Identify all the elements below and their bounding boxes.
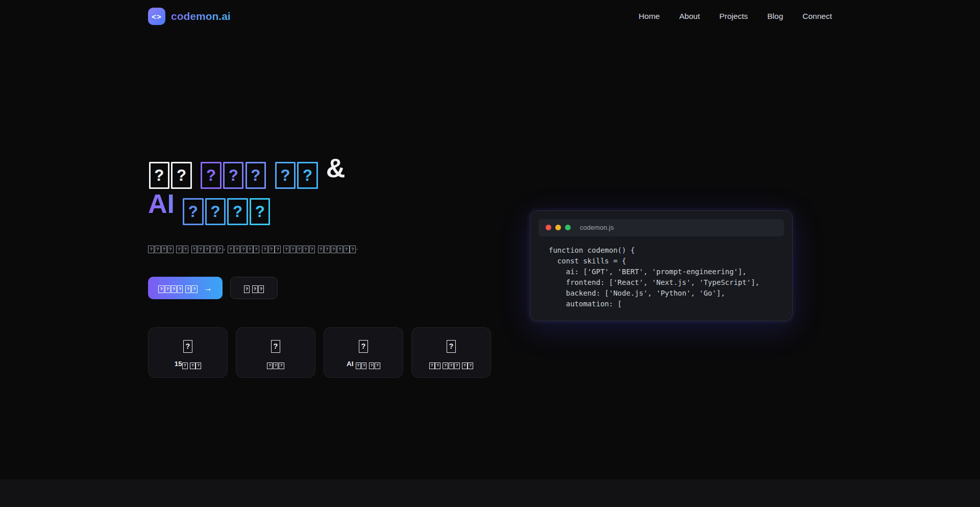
hero-section: ?? ??? ?? & AI ???? ???? ?? ?????, ?????…	[148, 153, 832, 378]
feature-card-fullstack: ? ???	[236, 327, 315, 378]
header-inner: <> codemon.ai Home About Projects Blog C…	[148, 0, 832, 33]
feature-card-ai: ? AI ?? ??	[324, 327, 403, 378]
code-line: backend: ['Node.js', 'Python', 'Go'],	[549, 288, 784, 299]
feature-label: 15? ??	[175, 360, 202, 370]
nav-item-blog[interactable]: Blog	[767, 12, 783, 21]
feature-cards: ? 15? ?? ? ??? ? AI ?? ?? ? ?? ??? ??	[148, 327, 493, 378]
code-line: const skills = {	[549, 256, 784, 267]
window-minimize-icon	[555, 225, 561, 230]
feature-card-automation: ? ?? ??? ??	[411, 327, 491, 378]
title-white-part: ??	[148, 153, 192, 183]
header: <> codemon.ai Home About Projects Blog C…	[0, 0, 980, 33]
code-brackets-icon: <>	[148, 8, 165, 25]
code-window-titlebar: codemon.js	[538, 219, 784, 236]
cta-row: ???? ?? → ? ??	[148, 277, 493, 299]
nav-item-about[interactable]: About	[679, 12, 700, 21]
feature-label: AI ?? ??	[347, 360, 380, 370]
hero-subtitle: ???? ?? ?????, ????? ??? ????? ??????.	[148, 243, 493, 253]
feature-label: ???	[267, 360, 284, 370]
code-line: automation: [	[549, 299, 784, 309]
window-close-icon	[546, 225, 551, 230]
feature-card-experience: ? 15? ??	[148, 327, 228, 378]
file-name-label: codemon.js	[580, 224, 614, 231]
title-gradient-part-1: ??? ??	[200, 153, 319, 183]
hero-right-column: codemon.js function codemon() { const sk…	[530, 210, 793, 321]
feature-icon: ?	[183, 336, 193, 353]
feature-label: ?? ??? ??	[429, 360, 474, 370]
nav-item-connect[interactable]: Connect	[802, 12, 832, 21]
secondary-cta-button[interactable]: ? ??	[230, 277, 278, 299]
feature-icon: ?	[271, 336, 281, 353]
footer	[0, 479, 980, 507]
code-line: ai: ['GPT', 'BERT', 'prompt-engineering'…	[549, 267, 784, 277]
title-gradient-part-2: ????	[182, 189, 271, 219]
hero-left-column: ?? ??? ?? & AI ???? ???? ?? ?????, ?????…	[148, 153, 493, 378]
feature-icon: ?	[446, 336, 456, 353]
code-body: function codemon() { const skills = { ai…	[538, 236, 784, 309]
primary-cta-label: ???? ??	[158, 283, 198, 293]
code-line: frontend: ['React', 'Next.js', 'TypeScri…	[549, 277, 784, 288]
primary-cta-button[interactable]: ???? ?? →	[148, 277, 223, 299]
brand-name: codemon.ai	[171, 10, 231, 22]
page: { "brand": { "name": "codemon.ai", "logo…	[0, 0, 980, 507]
title-ai-text: AI	[148, 189, 175, 219]
code-line: function codemon() {	[549, 245, 784, 256]
secondary-cta-label: ? ??	[243, 283, 264, 293]
title-ampersand: &	[326, 153, 346, 183]
nav-item-projects[interactable]: Projects	[719, 12, 748, 21]
logo[interactable]: <> codemon.ai	[148, 8, 231, 25]
page-title: ?? ??? ?? & AI ????	[148, 153, 493, 225]
main-content: ?? ??? ?? & AI ???? ???? ?? ?????, ?????…	[0, 33, 980, 479]
window-maximize-icon	[565, 225, 571, 230]
feature-icon: ?	[358, 336, 369, 353]
main-nav: Home About Projects Blog Connect	[639, 12, 832, 21]
nav-item-home[interactable]: Home	[639, 12, 659, 21]
arrow-right-icon: →	[204, 284, 212, 293]
code-editor-window: codemon.js function codemon() { const sk…	[530, 210, 793, 321]
